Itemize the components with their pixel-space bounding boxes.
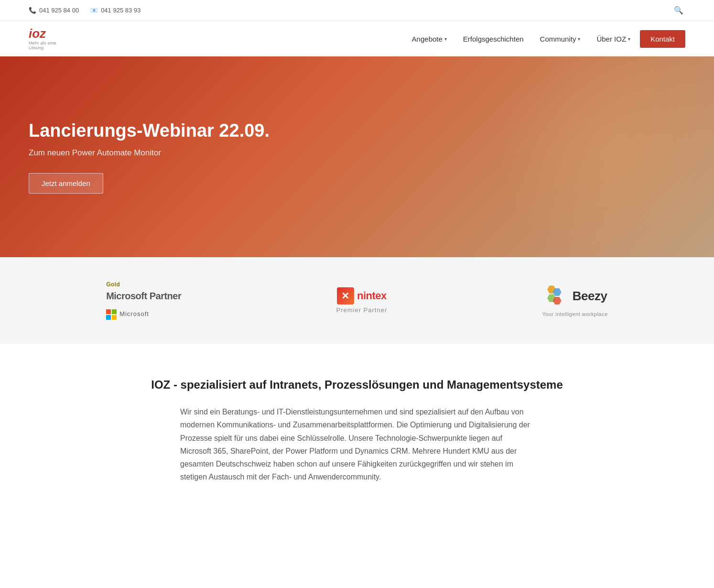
chevron-down-icon-3: ▾	[628, 36, 630, 42]
nintex-sub: Premier Partner	[336, 306, 387, 314]
chevron-down-icon-2: ▾	[578, 36, 580, 42]
beezy-partner-logo: Beezy Your intelligent workplace	[542, 284, 608, 317]
contact-links: 📞 041 925 84 00 📧 041 925 83 93	[29, 7, 141, 14]
nintex-partner-logo: ✕ nintex Premier Partner	[336, 287, 387, 314]
nintex-x-icon: ✕	[337, 287, 354, 305]
logo: ioz Mehr als eine Lösung	[29, 27, 62, 51]
navbar: ioz Mehr als eine Lösung Angebote ▾ Erfo…	[0, 21, 714, 56]
nav-erfolgsgeschichten[interactable]: Erfolgsgeschichten	[456, 31, 530, 47]
ms-brand-name: Microsoft	[119, 310, 149, 317]
hero-cta-button[interactable]: Jetzt anmelden	[29, 173, 103, 194]
beezy-sub: Your intelligent workplace	[542, 311, 608, 317]
partners-section: Gold Microsoft Partner Microsoft ✕ ninte…	[0, 257, 714, 344]
logo-text: ioz	[29, 27, 46, 40]
phone-icon: 📞	[29, 7, 36, 14]
microsoft-partner-logo: Gold Microsoft Partner Microsoft	[106, 281, 181, 320]
logo-area[interactable]: ioz Mehr als eine Lösung	[29, 27, 62, 51]
search-button[interactable]: 🔍	[672, 4, 685, 17]
nav-ueber-ioz[interactable]: Über IOZ ▾	[590, 31, 637, 47]
nav-links: Angebote ▾ Erfolgsgeschichten Community …	[405, 30, 685, 48]
ms-blue-square	[106, 315, 111, 320]
about-title: IOZ - spezialisiert auf Intranets, Proze…	[29, 377, 685, 392]
nav-angebote[interactable]: Angebote ▾	[405, 31, 454, 47]
hero-title: Lancierungs-Webinar 22.09.	[29, 120, 685, 142]
ms-red-square	[106, 309, 111, 314]
about-section: IOZ - spezialisiert auf Intranets, Proze…	[0, 344, 714, 517]
phone2-text: 041 925 83 93	[101, 7, 141, 14]
beezy-hex-icon	[543, 284, 569, 308]
kontakt-button[interactable]: Kontakt	[640, 30, 685, 48]
ms-partner-text: Microsoft Partner	[106, 291, 181, 302]
microsoft-logo-grid	[106, 309, 117, 320]
beezy-name: Beezy	[573, 289, 607, 304]
hero-subtitle: Zum neuen Power Automate Monitor	[29, 148, 685, 158]
top-bar-right: 🔍	[672, 4, 685, 17]
phone2-link[interactable]: 📧 041 925 83 93	[90, 7, 141, 14]
chevron-down-icon: ▾	[444, 36, 447, 42]
top-bar: 📞 041 925 84 00 📧 041 925 83 93 🔍	[0, 0, 714, 21]
phone1-text: 041 925 84 00	[39, 7, 79, 14]
about-text: Wir sind ein Beratungs- und IT-Dienstlei…	[180, 405, 534, 483]
ms-yellow-square	[112, 315, 117, 320]
phone1-link[interactable]: 📞 041 925 84 00	[29, 7, 79, 14]
logo-tagline: Mehr als eine Lösung	[29, 41, 62, 50]
ms-gold-label: Gold	[106, 281, 120, 288]
hero-section: Lancierungs-Webinar 22.09. Zum neuen Pow…	[0, 56, 714, 257]
beezy-top: Beezy	[543, 284, 607, 308]
nintex-top: ✕ nintex	[337, 287, 387, 305]
nintex-name: nintex	[357, 290, 387, 302]
mail-icon: 📧	[90, 7, 98, 14]
nav-community[interactable]: Community ▾	[533, 31, 587, 47]
ms-green-square	[112, 309, 117, 314]
